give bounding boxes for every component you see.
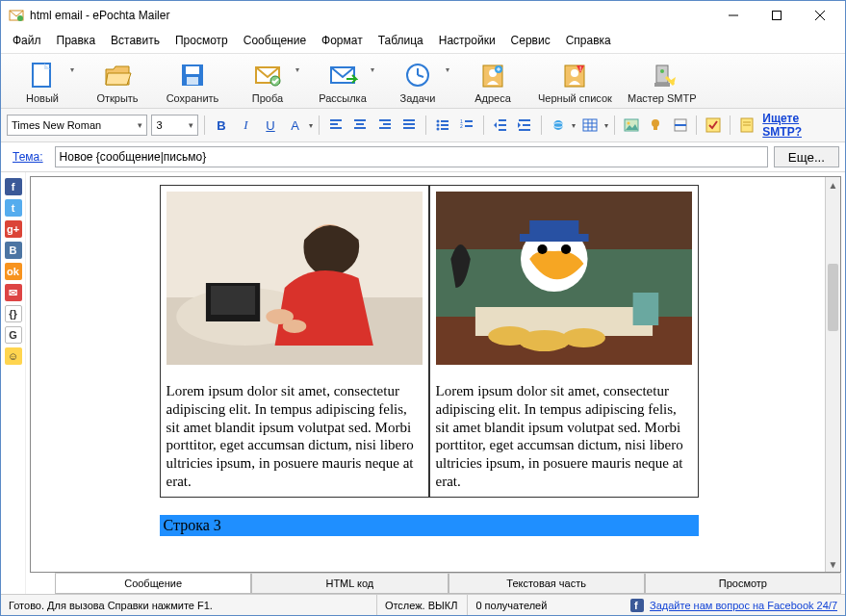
align-right-button[interactable] [374, 115, 395, 136]
indent-button[interactable] [515, 115, 535, 136]
notes-button[interactable] [736, 115, 756, 136]
insert-hr-button[interactable] [670, 115, 690, 136]
content-row-3[interactable]: Строка 3 [160, 515, 699, 536]
svg-rect-8 [186, 66, 199, 74]
toolbar-probe-button[interactable]: Проба▾ [232, 58, 303, 106]
chevron-down-icon[interactable]: ▾ [604, 121, 608, 130]
align-left-button[interactable] [325, 115, 346, 136]
toolbar-smtp-button[interactable]: Мастер SMTP [622, 58, 703, 106]
align-center-button[interactable] [350, 115, 371, 136]
toolbar-send-button[interactable]: Рассылка▾ [307, 58, 378, 106]
chevron-down-icon[interactable]: ▾ [309, 121, 313, 130]
toolbar-label: Мастер SMTP [628, 92, 697, 104]
chevron-down-icon[interactable]: ▾ [371, 65, 374, 74]
toolbar-tasks-button[interactable]: Задачи▾ [382, 58, 453, 106]
tab-html[interactable]: HTML код [251, 574, 448, 594]
format-toolbar: Times New Roman ▾ 3 ▾ B I U A ▾ 12 ▾ ▾ И… [1, 109, 845, 142]
content-row: Lorem ipsum dolor sit amet, consectetur … [160, 185, 699, 498]
menu-service[interactable]: Сервис [505, 32, 556, 49]
scroll-down-icon[interactable]: ▼ [826, 556, 840, 572]
toolbar-label: Адреса [474, 92, 511, 104]
insert-symbol-button[interactable] [645, 115, 665, 136]
insert-link-button[interactable] [548, 115, 568, 136]
bullet-list-button[interactable] [432, 115, 452, 136]
toolbar-blacklist-button[interactable]: !Черный список [532, 58, 618, 106]
menu-message[interactable]: Сообщение [238, 32, 312, 49]
menu-table[interactable]: Таблица [372, 32, 429, 49]
font-color-button[interactable]: A [285, 115, 305, 136]
status-facebook-link[interactable]: Задайте нам вопрос на Facebook 24/7 [650, 600, 837, 611]
tab-text[interactable]: Текстовая часть [449, 574, 645, 594]
menu-edit[interactable]: Правка [51, 32, 102, 49]
align-justify-button[interactable] [399, 115, 420, 136]
smtp-link[interactable]: Ищете SMTP? [762, 112, 839, 139]
bold-button[interactable]: B [211, 115, 231, 136]
content-cell-right[interactable]: Lorem ipsum dolor sit amet, consectetur … [429, 185, 699, 498]
number-list-button[interactable]: 12 [457, 115, 477, 136]
outdent-button[interactable] [490, 115, 510, 136]
more-button[interactable]: Еще... [774, 146, 839, 167]
side-smile-icon[interactable]: ☺ [5, 347, 22, 365]
cell-text: Lorem ipsum dolor sit amet, consectetur … [436, 382, 692, 491]
svg-rect-74 [211, 286, 255, 315]
menu-settings[interactable]: Настройки [433, 32, 501, 49]
tab-preview[interactable]: Просмотр [645, 574, 841, 594]
font-size-combo[interactable]: 3 ▾ [151, 115, 198, 136]
italic-button[interactable]: I [236, 115, 256, 136]
maximize-button[interactable] [755, 2, 798, 29]
menu-view[interactable]: Просмотр [169, 32, 234, 49]
toolbar-new-button[interactable]: Новый▾ [7, 58, 78, 106]
svg-rect-55 [583, 119, 597, 131]
bottom-tabs: Сообщение HTML код Текстовая часть Просм… [55, 573, 841, 594]
chevron-down-icon[interactable]: ▾ [70, 65, 74, 74]
close-button[interactable] [798, 2, 841, 29]
side-tw-icon[interactable]: t [5, 199, 22, 217]
scroll-up-icon[interactable]: ▲ [826, 177, 840, 192]
chevron-down-icon[interactable]: ▾ [446, 65, 449, 74]
underline-button[interactable]: U [260, 115, 280, 136]
save-icon [177, 60, 208, 90]
menu-help[interactable]: Справка [560, 32, 617, 49]
insert-image-button[interactable] [621, 115, 641, 136]
tab-message[interactable]: Сообщение [55, 574, 251, 594]
chevron-down-icon[interactable]: ▾ [295, 65, 299, 74]
svg-point-24 [660, 69, 664, 73]
separator [696, 116, 697, 135]
svg-point-62 [652, 119, 659, 127]
side-gp-icon[interactable]: g+ [5, 220, 22, 238]
content-cell-left[interactable]: Lorem ipsum dolor sit amet, consectetur … [160, 185, 429, 498]
editor-area[interactable]: Lorem ipsum dolor sit amet, consectetur … [30, 176, 841, 573]
toolbar-addresses-button[interactable]: Адреса [457, 58, 528, 106]
svg-rect-23 [654, 83, 670, 87]
toolbar-label: Задачи [400, 92, 436, 104]
menu-insert[interactable]: Вставить [105, 32, 166, 49]
subject-input[interactable] [55, 146, 768, 167]
separator [319, 116, 320, 135]
statusbar: Готово. Для вызова Справки нажмите F1. О… [1, 594, 845, 615]
toolbar-save-button[interactable]: Сохранить [157, 58, 228, 106]
menu-format[interactable]: Формат [316, 32, 369, 49]
chevron-down-icon[interactable]: ▾ [572, 121, 576, 130]
minimize-button[interactable] [711, 2, 755, 29]
menu-file[interactable]: Файл [7, 32, 47, 49]
svg-point-83 [537, 244, 547, 254]
subject-label[interactable]: Тема: [7, 150, 49, 164]
side-vk-icon[interactable]: B [5, 242, 22, 259]
vertical-scrollbar[interactable]: ▲ ▼ [825, 177, 840, 572]
svg-point-1 [17, 15, 23, 21]
side-fb-icon[interactable]: f [5, 178, 22, 195]
toolbar-open-button[interactable]: Открыть [82, 58, 153, 106]
side-ml-icon[interactable]: ✉ [5, 284, 22, 301]
side-ok-icon[interactable]: ok [5, 263, 22, 280]
side-code-icon[interactable]: {} [5, 305, 22, 322]
svg-rect-3 [772, 12, 781, 20]
svg-text:2: 2 [460, 123, 463, 129]
check-button[interactable] [703, 115, 723, 136]
font-family-combo[interactable]: Times New Roman ▾ [7, 115, 147, 136]
side-gg-icon[interactable]: G [5, 326, 22, 344]
scroll-thumb[interactable] [828, 264, 838, 331]
tasks-icon [402, 60, 433, 90]
insert-table-button[interactable] [579, 115, 600, 136]
svg-rect-63 [654, 126, 657, 130]
svg-point-88 [518, 330, 569, 351]
